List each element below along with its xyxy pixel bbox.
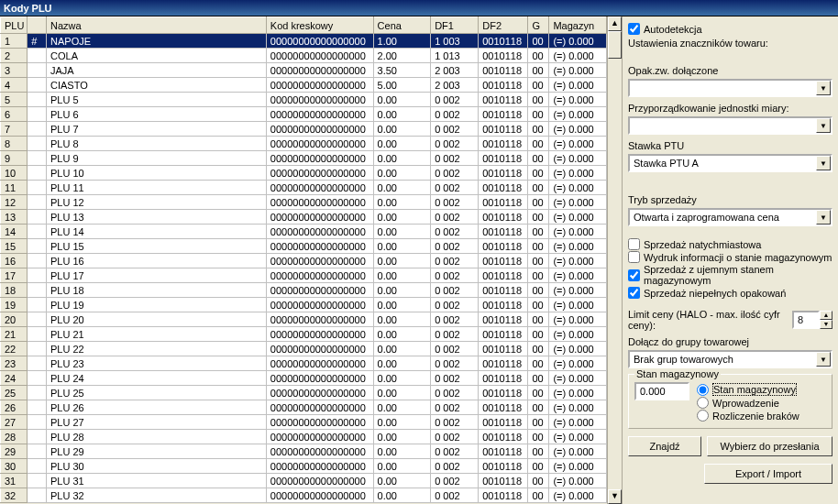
cell[interactable] [28,93,47,107]
table-row[interactable]: 25PLU 25000000000000000000.000 002001011… [1,386,607,400]
cell[interactable] [28,166,47,181]
table-row[interactable]: 23PLU 23000000000000000000.000 002001011… [1,356,607,371]
stockinfo-checkbox[interactable] [628,251,640,263]
table-row[interactable]: 26PLU 26000000000000000000.000 002001011… [1,400,607,415]
cell[interactable]: 00000000000000000 [266,283,373,298]
cell[interactable]: 00 [528,63,549,78]
cell[interactable]: 0010118 [479,488,528,503]
col-df2[interactable]: DF2 [479,17,528,34]
cell[interactable]: 0.00 [373,239,431,254]
negative-checkbox[interactable] [628,269,640,281]
cell[interactable]: 00 [528,283,549,298]
cell[interactable]: 16 [1,254,28,268]
table-row[interactable]: 8PLU 8000000000000000000.000 00200101180… [1,137,607,151]
cell[interactable]: 0 002 [431,195,479,210]
radio-input[interactable] [697,397,709,409]
cell[interactable]: 00 [528,488,549,503]
cell[interactable] [28,195,47,210]
cell[interactable]: (=) 0.000 [549,63,607,78]
scroll-track[interactable] [608,31,622,489]
cell[interactable]: 00 [528,166,549,181]
col-df1[interactable]: DF1 [431,17,479,34]
cell[interactable]: 24 [1,371,28,386]
cell[interactable]: 0010118 [479,298,528,312]
mode-combo[interactable]: Otwarta i zaprogramowana cena ▼ [628,208,832,226]
cell[interactable]: PLU 17 [47,268,267,283]
cell[interactable]: 0010118 [479,444,528,459]
cell[interactable]: 8 [1,137,28,151]
spinner-up-icon[interactable]: ▲ [820,311,832,320]
cell[interactable]: 00 [528,356,549,371]
cell[interactable]: 0.00 [373,444,431,459]
table-row[interactable]: 9PLU 9000000000000000000.000 00200101180… [1,151,607,166]
table-row[interactable]: 11PLU 11000000000000000000.000 002001011… [1,181,607,195]
cell[interactable]: 0 002 [431,415,479,430]
cell[interactable]: 0 002 [431,239,479,254]
find-button[interactable]: Znajdź [628,436,701,456]
table-row[interactable]: 24PLU 24000000000000000000.000 002001011… [1,371,607,386]
cell[interactable]: 00000000000000000 [266,78,373,93]
cell[interactable]: 00 [528,371,549,386]
cell[interactable]: 00000000000000000 [266,254,373,268]
cell[interactable]: 0010118 [479,78,528,93]
cell[interactable]: 0010118 [479,93,528,107]
cell[interactable]: (=) 0.000 [549,459,607,474]
cell[interactable]: 00 [528,93,549,107]
cell[interactable]: 00000000000000000 [266,474,373,488]
cell[interactable]: 22 [1,342,28,356]
cell[interactable]: 18 [1,283,28,298]
group-combo[interactable]: Brak grup towarowych ▼ [628,350,832,368]
cell[interactable]: 00000000000000000 [266,151,373,166]
cell[interactable]: 00 [528,474,549,488]
cell[interactable] [28,239,47,254]
col-mark[interactable] [28,17,47,34]
cell[interactable]: PLU 16 [47,254,267,268]
cell[interactable]: 27 [1,415,28,430]
cell[interactable]: 0.00 [373,342,431,356]
cell[interactable]: 00000000000000000 [266,268,373,283]
cell[interactable]: 0010118 [479,268,528,283]
cell[interactable]: PLU 24 [47,371,267,386]
cell[interactable]: 00 [528,210,549,225]
cell[interactable]: 00 [528,298,549,312]
cell[interactable]: 28 [1,430,28,444]
cell[interactable]: 0 002 [431,151,479,166]
cell[interactable]: PLU 26 [47,400,267,415]
cell[interactable]: 0 002 [431,400,479,415]
cell[interactable]: 0.00 [373,488,431,503]
cell[interactable]: 0.00 [373,137,431,151]
cell[interactable]: 0.00 [373,430,431,444]
cell[interactable]: 0.00 [373,400,431,415]
cell[interactable]: 00000000000000000 [266,195,373,210]
cell[interactable]: 0 002 [431,342,479,356]
cell[interactable]: 00 [528,327,549,342]
cell[interactable]: 0 002 [431,371,479,386]
cell[interactable]: 0010118 [479,166,528,181]
immediate-checkbox[interactable] [628,238,640,250]
cell[interactable]: PLU 25 [47,386,267,400]
cell[interactable]: 0.00 [373,195,431,210]
cell[interactable]: 0 002 [431,137,479,151]
cell[interactable]: 4 [1,78,28,93]
cell[interactable]: 0 002 [431,283,479,298]
plu-table[interactable]: PLU Nazwa Kod kreskowy Cena DF1 DF2 G Ma… [0,16,607,503]
table-row[interactable]: 20PLU 20000000000000000000.000 002001011… [1,312,607,327]
cell[interactable]: COLA [47,49,267,63]
chevron-down-icon[interactable]: ▼ [816,352,831,367]
cell[interactable]: 00000000000000000 [266,371,373,386]
cell[interactable]: 00000000000000000 [266,34,373,49]
table-row[interactable]: 32PLU 32000000000000000000.000 002001011… [1,488,607,503]
cell[interactable]: 00 [528,107,549,122]
cell[interactable]: 2.00 [373,49,431,63]
cell[interactable]: 00 [528,400,549,415]
table-row[interactable]: 13PLU 13000000000000000000.000 002001011… [1,210,607,225]
cell[interactable]: (=) 0.000 [549,239,607,254]
cell[interactable]: 0010118 [479,356,528,371]
cell[interactable]: 0 002 [431,254,479,268]
cell[interactable]: 00000000000000000 [266,342,373,356]
cell[interactable]: 0010118 [479,239,528,254]
cell[interactable]: (=) 0.000 [549,327,607,342]
cell[interactable]: 0010118 [479,342,528,356]
cell[interactable]: 00000000000000000 [266,107,373,122]
cell[interactable]: 0010118 [479,151,528,166]
